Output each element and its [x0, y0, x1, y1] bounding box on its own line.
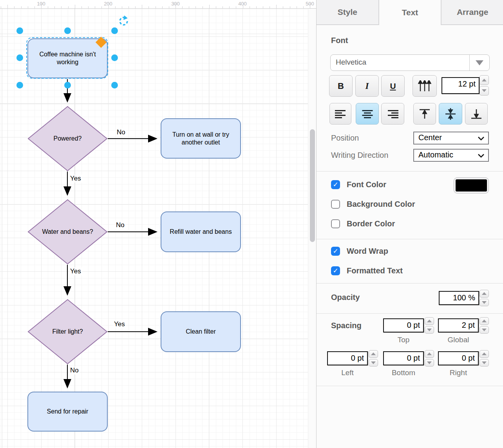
valign-bottom-icon — [471, 109, 482, 119]
resize-handle-s[interactable] — [64, 82, 71, 89]
node-clean-filter[interactable]: Clean filter — [161, 311, 241, 352]
align-right-button[interactable] — [381, 103, 404, 125]
word-wrap-checkbox[interactable]: ✓ — [331, 247, 340, 256]
opacity-input[interactable]: 100 % — [439, 291, 479, 305]
spacing-bottom-label: Bottom — [383, 369, 424, 377]
spacing-top-label: Top — [383, 336, 424, 344]
position-select[interactable]: Center — [413, 132, 489, 145]
valign-bottom-button[interactable] — [465, 103, 488, 125]
tab-arrange[interactable]: Arrange — [441, 0, 503, 25]
font-color-checkbox[interactable]: ✓ — [331, 180, 340, 189]
node-powered-decision[interactable]: Powered? — [27, 106, 108, 172]
edge-label-yes[interactable]: Yes — [69, 267, 82, 275]
edge-label-no[interactable]: No — [69, 367, 80, 374]
edge-label-no[interactable]: No — [116, 128, 126, 136]
node-water-beans-decision[interactable]: Water and beans? — [27, 199, 108, 265]
node-filter-light-decision[interactable]: Filter light? — [27, 299, 108, 365]
tab-text[interactable]: Text — [378, 0, 442, 25]
spacing-left-input[interactable]: 0 pt — [327, 351, 368, 365]
resize-handle-w[interactable] — [16, 54, 23, 61]
formatted-text-label: Formatted Text — [347, 266, 403, 275]
stepper-up-icon[interactable] — [425, 317, 434, 325]
italic-button[interactable]: I — [355, 75, 379, 97]
font-family-select[interactable]: Helvetica — [330, 54, 490, 71]
edge-label-yes[interactable]: Yes — [69, 175, 82, 182]
stepper-up-icon[interactable] — [369, 350, 378, 358]
node-turn-on-at-wall[interactable]: Turn on at wall or try another outlet — [161, 118, 241, 159]
resize-handle-nw[interactable] — [16, 27, 23, 34]
writing-direction-label: Writing Direction — [331, 151, 388, 160]
font-color-swatch[interactable] — [454, 177, 489, 193]
spacing-right-input[interactable]: 0 pt — [438, 351, 479, 365]
stepper-up-icon[interactable] — [479, 350, 489, 358]
spacing-top-stepper[interactable] — [425, 317, 434, 334]
valign-middle-button[interactable] — [439, 103, 462, 125]
bold-button[interactable]: B — [329, 75, 353, 97]
resize-handle-e[interactable] — [111, 54, 118, 61]
stepper-down-icon[interactable] — [369, 359, 378, 367]
resize-handle-ne[interactable] — [111, 27, 118, 34]
section-divider — [317, 283, 503, 284]
horizontal-ruler: 100 200 300 400 500 — [0, 0, 316, 9]
vertical-arrows-icon — [418, 80, 431, 92]
align-center-button[interactable] — [356, 103, 379, 125]
color-swatch-black — [456, 179, 487, 191]
opacity-label: Opacity — [331, 293, 360, 302]
node-label: Clean filter — [186, 328, 215, 336]
spacing-right-stepper[interactable] — [479, 350, 489, 367]
font-size-stepper[interactable] — [479, 75, 489, 96]
stepper-down-icon[interactable] — [479, 326, 489, 334]
valign-top-button[interactable] — [413, 103, 436, 125]
formatted-text-checkbox[interactable]: ✓ — [331, 266, 340, 275]
spacing-top-input[interactable]: 0 pt — [383, 318, 424, 332]
tab-style[interactable]: Style — [317, 0, 378, 25]
align-left-icon — [335, 110, 346, 118]
stepper-up-icon[interactable] — [479, 317, 489, 325]
vertical-text-button[interactable] — [413, 75, 437, 97]
resize-handle-sw[interactable] — [16, 82, 23, 89]
stepper-up-icon[interactable] — [479, 290, 489, 298]
stepper-down-icon[interactable] — [479, 86, 489, 96]
opacity-stepper[interactable] — [479, 290, 489, 306]
resize-handle-n[interactable] — [64, 27, 71, 34]
align-left-button[interactable] — [329, 103, 351, 125]
section-divider — [317, 386, 503, 386]
rotate-icon[interactable] — [118, 16, 129, 27]
spacing-right-label: Right — [438, 369, 479, 377]
edge-label-no[interactable]: No — [115, 221, 125, 229]
spacing-left-stepper[interactable] — [369, 350, 378, 367]
spacing-global-input[interactable]: 2 pt — [438, 318, 479, 332]
node-send-for-repair[interactable]: Send for repair — [27, 392, 108, 432]
align-center-icon — [362, 110, 373, 118]
stepper-down-icon[interactable] — [425, 326, 434, 334]
drawio-window: 100 200 300 400 500 — [0, 0, 503, 448]
stepper-down-icon[interactable] — [425, 359, 434, 367]
border-color-label: Border Color — [347, 219, 395, 228]
spacing-global-label: Global — [438, 336, 479, 344]
spacing-bottom-stepper[interactable] — [425, 350, 434, 367]
spacing-bottom-input[interactable]: 0 pt — [383, 351, 424, 365]
position-value: Center — [418, 133, 442, 142]
dropdown-arrow-icon — [476, 60, 483, 65]
node-label: Filter light? — [50, 328, 85, 336]
section-divider — [317, 313, 503, 314]
writing-direction-select[interactable]: Automatic — [413, 149, 489, 162]
stepper-down-icon[interactable] — [479, 359, 489, 367]
spacing-global-stepper[interactable] — [479, 317, 489, 334]
canvas[interactable]: 100 200 300 400 500 — [0, 0, 316, 448]
stepper-up-icon[interactable] — [479, 75, 489, 85]
format-tabs: Style Text Arrange — [317, 0, 503, 25]
underline-button[interactable]: U — [381, 75, 405, 97]
border-color-checkbox[interactable] — [331, 219, 340, 228]
valign-top-icon — [419, 109, 430, 119]
font-size-input[interactable]: 12 pt — [441, 77, 479, 94]
format-panel: Style Text Arrange Font Helvetica B I U … — [316, 0, 503, 448]
stepper-up-icon[interactable] — [425, 350, 434, 358]
node-label: Water and beans? — [40, 228, 95, 236]
word-wrap-label: Word Wrap — [347, 247, 388, 256]
stepper-down-icon[interactable] — [479, 299, 489, 307]
node-refill-water-beans[interactable]: Refill water and beans — [161, 211, 241, 252]
edge-label-yes[interactable]: Yes — [113, 320, 126, 328]
resize-handle-se[interactable] — [111, 82, 118, 89]
background-color-checkbox[interactable] — [331, 200, 340, 209]
